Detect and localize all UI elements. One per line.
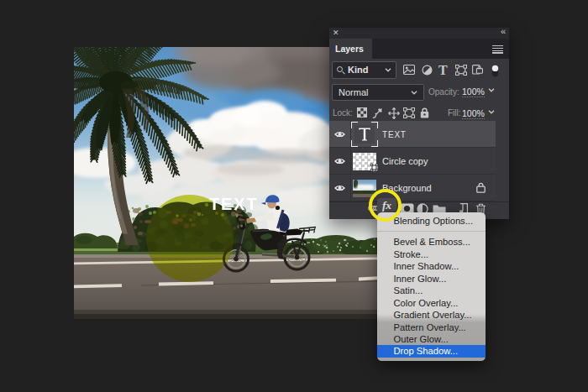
- svg-text:TEXT: TEXT: [209, 195, 259, 213]
